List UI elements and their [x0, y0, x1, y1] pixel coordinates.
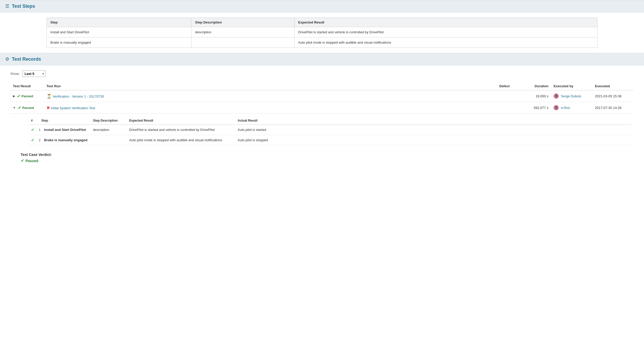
show-select-wrapper[interactable]: Last 5Last 10All: [22, 70, 45, 77]
test-records-title: Test Records: [12, 57, 41, 62]
defect-cell: [497, 102, 523, 114]
show-label: Show:: [10, 72, 20, 76]
result-text: Passed: [22, 106, 34, 110]
testrun-cell: ⏳ Verification - Version 1 - 20170730: [44, 90, 497, 102]
table-row: Install and Start DrivePilot description…: [47, 27, 598, 37]
verdict-value: Passed: [26, 159, 38, 163]
detail-row-container: # Step Step Description Expected Result …: [10, 114, 634, 149]
records-content: Show: Last 5Last 10All Test Result Test …: [0, 65, 644, 173]
show-row: Show: Last 5Last 10All: [10, 70, 634, 77]
test-steps-table-container: Step Step Description Expected Result In…: [0, 12, 644, 53]
col-step-description: Step Description: [191, 18, 294, 27]
detail-expected: Auto pilot mode is stopped with audible …: [127, 135, 235, 145]
expected-result-cell: Auto pilot mode is stopped with audible …: [294, 37, 598, 48]
th-executed-by: Executed by: [551, 82, 592, 90]
records-table: Test Result Test Run Defect Duration Exe…: [10, 82, 634, 148]
x-icon: ✖: [46, 106, 50, 110]
th-executed: Executed: [592, 82, 634, 90]
detail-check: ✔: [28, 135, 39, 145]
th-duration: Duration: [523, 82, 551, 90]
step-name: Install and Start DrivePilot: [44, 128, 86, 132]
detail-num: 2 Brake is manually engaged: [39, 135, 90, 145]
steps-table: Step Step Description Expected Result In…: [46, 18, 598, 48]
test-records-header: ⚙ Test Records: [0, 53, 644, 65]
verdict-section: Test Case Verdict: ✔ Passed: [10, 148, 634, 168]
defect-cell: [497, 90, 523, 102]
expand-arrow[interactable]: ▶: [13, 94, 15, 98]
user-avatar: 👤: [554, 93, 559, 99]
step-name: Brake is manually engaged: [44, 138, 88, 142]
dth-num: #: [28, 117, 39, 125]
user-link[interactable]: Serge Dubois: [561, 94, 581, 98]
step-check-icon: ✔: [31, 138, 34, 142]
duration-cell: 19,000 s: [523, 90, 551, 102]
detail-step-row: ✔ 1 Install and Start DrivePilot descrip…: [28, 125, 631, 135]
detail-num: 1 Install and Start DrivePilot: [39, 125, 90, 135]
executed-by-cell: 👤 mTest: [551, 102, 592, 114]
step-check-icon: ✔: [31, 128, 34, 132]
detail-table-container: # Step Step Description Expected Result …: [13, 117, 631, 145]
show-select[interactable]: Last 5Last 10All: [22, 70, 45, 77]
test-steps-title: Test Steps: [12, 4, 35, 9]
executed-cell: 2017-07-30 14:28: [592, 102, 634, 114]
table-row: Brake is manually engaged Auto pilot mod…: [47, 37, 598, 48]
col-expected-result: Expected Result: [294, 18, 598, 27]
detail-table: # Step Step Description Expected Result …: [28, 117, 631, 145]
description-cell: [191, 37, 294, 48]
menu-icon: ☰: [5, 3, 9, 9]
dth-step-desc: Step Description: [90, 117, 127, 125]
detail-actual: Auto pilot is started: [235, 125, 631, 135]
th-defect: Defect: [497, 82, 523, 90]
test-records-section: ⚙ Test Records Show: Last 5Last 10All Te…: [0, 53, 644, 173]
result-cell: ▼ ✔ Passed: [10, 102, 44, 114]
verdict-label: Test Case Verdict:: [21, 153, 623, 157]
step-cell: Install and Start DrivePilot: [47, 27, 191, 37]
testrun-cell: ✖ Initial System Verification Test: [44, 102, 497, 114]
result-text: Passed: [21, 94, 33, 98]
th-test-run: Test Run: [44, 82, 497, 90]
test-steps-header: ☰ Test Steps: [0, 0, 644, 12]
list-item: ▶ ✔ Passed ⏳ Verification - Version 1 - …: [10, 90, 634, 102]
executed-by-cell: 👤 Serge Dubois: [551, 90, 592, 102]
description-cell: description: [191, 27, 294, 37]
verdict-passed: ✔ Passed: [21, 158, 623, 163]
list-item: ▼ ✔ Passed ✖ Initial System Verification…: [10, 102, 634, 114]
executed-cell: 2021-03-05 15:38: [592, 90, 634, 102]
result-cell: ▶ ✔ Passed: [10, 90, 44, 102]
detail-desc: description: [90, 125, 127, 135]
user-avatar: 👤: [554, 105, 559, 110]
detail-step-row: ✔ 2 Brake is manually engaged Auto pilot…: [28, 135, 631, 145]
dth-expected: Expected Result: [127, 117, 235, 125]
hourglass-icon: ⏳: [46, 94, 52, 98]
check-icon: ✔: [18, 105, 21, 110]
duration-cell: 592,077 s: [523, 102, 551, 114]
dth-step: Step: [39, 117, 90, 125]
expand-arrow[interactable]: ▼: [13, 106, 16, 109]
user-link[interactable]: mTest: [561, 106, 570, 110]
detail-desc: [90, 135, 127, 145]
testrun-link[interactable]: Verification - Version 1 - 20170730: [53, 94, 104, 98]
expected-result-cell: DrivePilot is started and vehicle is con…: [294, 27, 598, 37]
verdict-check-icon: ✔: [21, 158, 24, 163]
th-test-result: Test Result: [10, 82, 44, 90]
detail-actual: Auto pilot is stopped: [235, 135, 631, 145]
detail-check: ✔: [28, 125, 39, 135]
gear-icon: ⚙: [5, 56, 9, 62]
col-step: Step: [47, 18, 191, 27]
testrun-link[interactable]: Initial System Verification Test: [51, 106, 95, 110]
step-cell: Brake is manually engaged: [47, 37, 191, 48]
dth-actual: Actual Result: [235, 117, 631, 125]
detail-expected: DrivePilot is started and vehicle is con…: [127, 125, 235, 135]
check-icon: ✔: [17, 94, 20, 99]
test-steps-section: ☰ Test Steps Step Step Description Expec…: [0, 0, 644, 53]
